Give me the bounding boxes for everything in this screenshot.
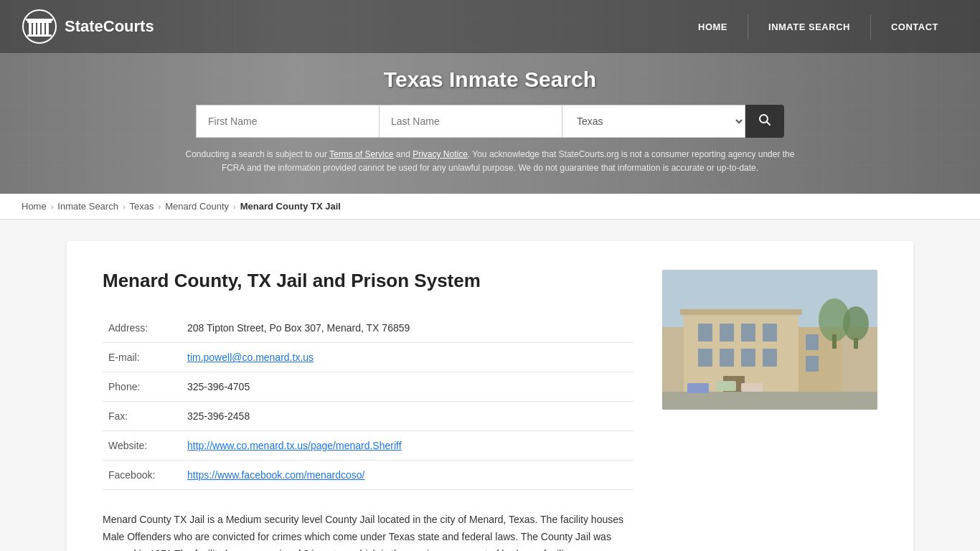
svg-rect-6 [27, 34, 52, 37]
svg-rect-1 [29, 23, 32, 34]
facebook-link[interactable]: https://www.facebook.com/menardcoso/ [187, 469, 364, 481]
svg-rect-22 [763, 349, 777, 367]
svg-rect-34 [741, 383, 763, 392]
svg-rect-32 [687, 383, 709, 393]
last-name-input[interactable] [380, 105, 562, 138]
table-row-fax: Fax: 325-396-2458 [103, 402, 633, 431]
svg-rect-16 [720, 324, 734, 342]
nav-home[interactable]: HOME [678, 14, 748, 39]
nav-links: HOME INMATE SEARCH CONTACT [678, 14, 958, 39]
state-select[interactable]: Select State Alabama Alaska Arizona Arka… [562, 105, 745, 138]
info-table: Address: 208 Tipton Street, Po Box 307, … [103, 314, 633, 490]
facebook-label: Facebook: [103, 461, 182, 490]
svg-rect-20 [720, 349, 734, 367]
table-row-address: Address: 208 Tipton Street, Po Box 307, … [103, 314, 633, 343]
svg-rect-19 [698, 349, 712, 367]
address-label: Address: [103, 314, 182, 343]
breadcrumb: Home › Inmate Search › Texas › Menard Co… [0, 194, 980, 220]
svg-rect-8 [26, 19, 53, 21]
svg-point-29 [843, 306, 869, 341]
search-icon [758, 113, 771, 126]
header: StateCourts HOME INMATE SEARCH CONTACT T… [0, 0, 980, 194]
jail-image-svg [662, 270, 877, 410]
svg-rect-5 [46, 23, 49, 34]
main-content: Menard County, TX Jail and Prison System… [67, 241, 913, 551]
breadcrumb-sep-4: › [233, 202, 236, 211]
table-row-email: E-mail: tim.powell@co.menard.tx.us [103, 343, 633, 372]
breadcrumb-home[interactable]: Home [22, 201, 47, 212]
logo-icon [22, 9, 57, 44]
hero-section: Texas Inmate Search Select State Alabama… [0, 53, 980, 194]
first-name-input[interactable] [196, 105, 380, 138]
search-button[interactable] [745, 105, 784, 138]
content-left: Menard County, TX Jail and Prison System… [103, 270, 633, 551]
svg-rect-33 [716, 381, 736, 391]
svg-rect-18 [763, 324, 777, 342]
terms-link[interactable]: Terms of Service [329, 149, 393, 159]
fax-label: Fax: [103, 402, 182, 431]
breadcrumb-sep-3: › [159, 202, 161, 211]
email-value: tim.powell@co.menard.tx.us [182, 343, 633, 372]
capacity-number: 8 [303, 548, 309, 551]
phone-value: 325-396-4705 [182, 372, 633, 402]
svg-rect-28 [832, 334, 837, 349]
table-row-website: Website: http://www.co.menard.tx.us/page… [103, 431, 633, 461]
nav-contact[interactable]: CONTACT [870, 14, 958, 39]
website-value: http://www.co.menard.tx.us/page/menard.S… [182, 431, 633, 461]
svg-rect-15 [698, 324, 712, 342]
page-title: Menard County, TX Jail and Prison System [103, 270, 633, 292]
website-label: Website: [103, 431, 182, 461]
svg-rect-26 [806, 356, 819, 372]
email-link[interactable]: tim.powell@co.menard.tx.us [187, 352, 314, 363]
email-label: E-mail: [103, 343, 182, 372]
jail-image [662, 270, 877, 410]
phone-label: Phone: [103, 372, 182, 402]
breadcrumb-inmate-search[interactable]: Inmate Search [57, 201, 118, 212]
description-text: Menard County TX Jail is a Medium securi… [103, 512, 633, 551]
disclaimer-text: Conducting a search is subject to our Te… [182, 148, 798, 187]
svg-rect-2 [33, 23, 36, 34]
search-bar: Select State Alabama Alaska Arizona Arka… [196, 105, 784, 138]
fax-value: 325-396-2458 [182, 402, 633, 431]
breadcrumb-sep-2: › [123, 202, 126, 211]
nav-inmate-search[interactable]: INMATE SEARCH [748, 14, 870, 39]
svg-rect-14 [680, 309, 802, 315]
svg-rect-30 [854, 338, 858, 349]
logo-text: StateCourts [65, 17, 154, 36]
table-row-facebook: Facebook: https://www.facebook.com/menar… [103, 461, 633, 490]
breadcrumb-state[interactable]: Texas [130, 201, 154, 212]
svg-rect-17 [741, 324, 755, 342]
svg-rect-31 [662, 392, 877, 410]
address-value: 208 Tipton Street, Po Box 307, Menard, T… [182, 314, 633, 343]
website-link[interactable]: http://www.co.menard.tx.us/page/menard.S… [187, 440, 402, 451]
svg-rect-7 [27, 21, 52, 23]
hero-title: Texas Inmate Search [22, 67, 958, 92]
navbar: StateCourts HOME INMATE SEARCH CONTACT [0, 0, 980, 53]
logo-link[interactable]: StateCourts [22, 9, 154, 44]
breadcrumb-sep-1: › [51, 202, 54, 211]
svg-rect-21 [741, 349, 755, 367]
svg-line-10 [767, 122, 771, 126]
facebook-value: https://www.facebook.com/menardcoso/ [182, 461, 633, 490]
content-right [662, 270, 877, 551]
svg-rect-25 [806, 334, 819, 350]
svg-rect-4 [42, 23, 44, 34]
svg-rect-3 [37, 23, 40, 34]
breadcrumb-county[interactable]: Menard County [165, 201, 229, 212]
table-row-phone: Phone: 325-396-4705 [103, 372, 633, 402]
breadcrumb-current: Menard County TX Jail [240, 201, 341, 212]
privacy-link[interactable]: Privacy Notice [413, 149, 468, 159]
